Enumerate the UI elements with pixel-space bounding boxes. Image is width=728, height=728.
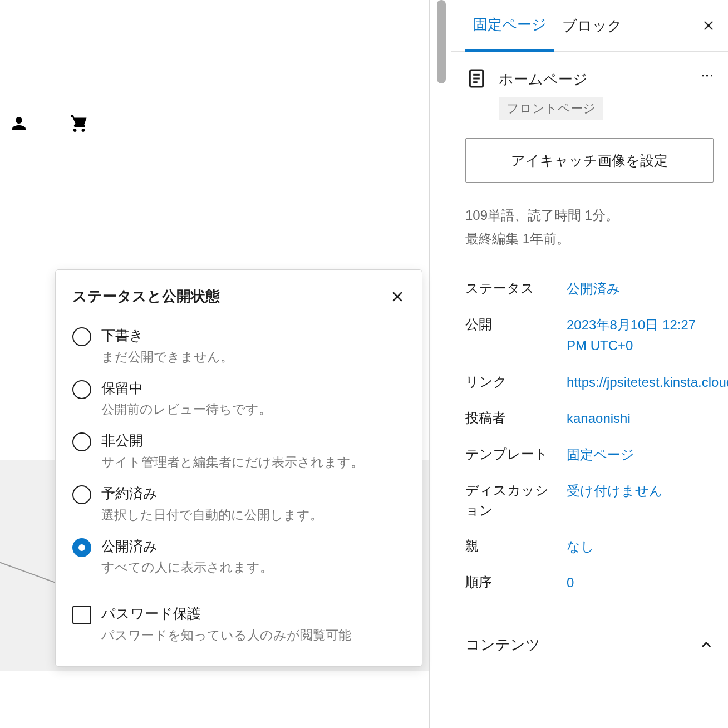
radio-icon-selected: [72, 538, 91, 557]
option-label: パスワード保護: [101, 604, 405, 623]
link-label: リンク: [465, 372, 552, 392]
option-desc: すべての人に表示されます。: [101, 558, 405, 576]
parent-value[interactable]: なし: [567, 536, 714, 557]
status-value[interactable]: 公開済み: [567, 278, 714, 299]
scrollbar-thumb[interactable]: [437, 0, 446, 83]
set-featured-image-button[interactable]: アイキャッチ画像を設定: [465, 138, 714, 183]
close-icon[interactable]: [390, 289, 405, 304]
status-option-private[interactable]: 非公開 サイト管理者と編集者にだけ表示されます。: [72, 424, 405, 476]
status-option-draft[interactable]: 下書き まだ公開できません。: [72, 318, 405, 371]
option-label: 下書き: [101, 326, 405, 345]
accordion-label: コンテンツ: [465, 635, 540, 655]
status-visibility-popover: ステータスと公開状態 下書き まだ公開できません。 保留中 公開前のレビュー待ち…: [55, 269, 422, 667]
radio-icon: [72, 485, 91, 504]
more-actions-icon[interactable]: ⋮: [700, 67, 714, 83]
tab-block[interactable]: ブロック: [554, 0, 630, 51]
option-desc: 公開前のレビュー待ちです。: [101, 400, 405, 418]
publish-value[interactable]: 2023年8月10日 12:27 PM UTC+0: [567, 314, 714, 356]
publish-label: 公開: [465, 314, 552, 335]
page-icon: [465, 67, 488, 90]
link-value[interactable]: https://jpsitetest.kinsta.cloud/: [567, 372, 728, 392]
canvas-sidebar-divider: [429, 0, 430, 728]
order-label: 順序: [465, 572, 552, 592]
radio-icon: [72, 380, 91, 399]
account-icon[interactable]: [9, 114, 29, 136]
word-count-line: 109単語、読了時間 1分。: [465, 204, 714, 227]
status-label: ステータス: [465, 278, 552, 298]
option-label: 予約済み: [101, 484, 405, 503]
tab-page[interactable]: 固定ページ: [465, 1, 554, 52]
settings-sidebar: 固定ページ ブロック ホームページ フロントページ ⋮ アイキャッチ画像を設定 …: [451, 0, 728, 728]
status-option-scheduled[interactable]: 予約済み 選択した日付で自動的に公開します。: [72, 476, 405, 529]
status-option-pending[interactable]: 保留中 公開前のレビュー待ちです。: [72, 371, 405, 424]
template-value[interactable]: 固定ページ: [567, 444, 714, 465]
last-edited-line: 最終編集 1年前。: [465, 227, 714, 250]
password-protect-option[interactable]: パスワード保護 パスワードを知っている人のみが閲覧可能: [72, 597, 405, 650]
option-desc: サイト管理者と編集者にだけ表示されます。: [101, 453, 405, 471]
document-meta: 109単語、読了時間 1分。 最終編集 1年前。: [451, 183, 728, 250]
status-options: 下書き まだ公開できません。 保留中 公開前のレビュー待ちです。 非公開 サイト…: [56, 314, 422, 582]
document-title: ホームページ: [499, 70, 603, 89]
option-label: 公開済み: [101, 537, 405, 555]
author-label: 投稿者: [465, 408, 552, 428]
front-page-badge: フロントページ: [499, 97, 603, 120]
popover-title: ステータスと公開状態: [72, 287, 220, 306]
accordion-contents[interactable]: コンテンツ: [451, 616, 728, 655]
sidebar-tabs: 固定ページ ブロック: [451, 0, 728, 52]
radio-icon: [72, 432, 91, 451]
template-label: テンプレート: [465, 444, 552, 464]
option-label: 保留中: [101, 379, 405, 397]
discussion-value[interactable]: 受け付けません: [567, 480, 714, 501]
close-icon[interactable]: [701, 18, 716, 33]
cart-icon[interactable]: [69, 114, 89, 136]
option-desc: まだ公開できません。: [101, 348, 405, 366]
option-desc: パスワードを知っている人のみが閲覧可能: [101, 626, 405, 644]
order-value[interactable]: 0: [567, 572, 714, 593]
option-desc: 選択した日付で自動的に公開します。: [101, 506, 405, 524]
radio-icon: [72, 327, 91, 346]
document-attributes: ステータス 公開済み 公開 2023年8月10日 12:27 PM UTC+0 …: [451, 250, 728, 616]
chevron-up-icon: [699, 637, 714, 652]
option-label: 非公開: [101, 431, 405, 450]
checkbox-icon: [72, 606, 91, 624]
discussion-label: ディスカッション: [465, 480, 552, 520]
status-option-published[interactable]: 公開済み すべての人に表示されます。: [72, 529, 405, 582]
parent-label: 親: [465, 536, 552, 556]
author-value[interactable]: kanaonishi: [567, 408, 714, 429]
